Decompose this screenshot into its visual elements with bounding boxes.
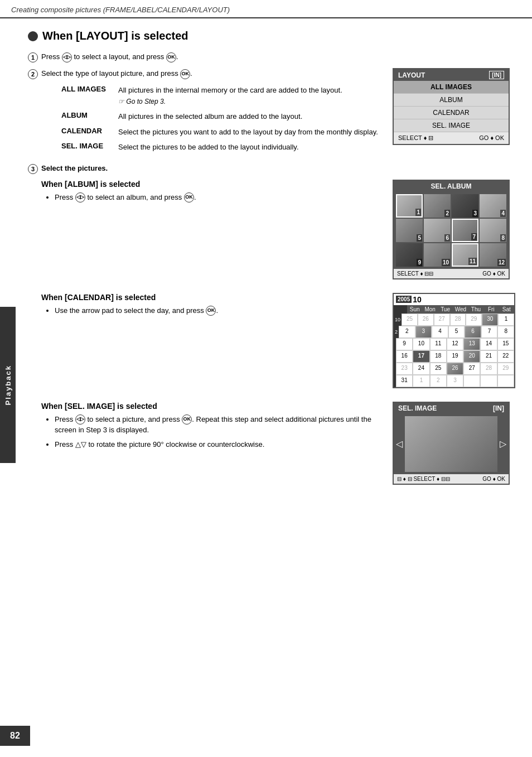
main-content: When [LAYOUT] is selected 1 Press to sel… <box>0 18 532 757</box>
cal-cell-8[interactable]: 8 <box>497 326 514 338</box>
cal-cell-22[interactable]: 22 <box>497 350 514 363</box>
cal-cell-12[interactable]: 12 <box>447 338 463 350</box>
menu-item-calendar[interactable]: CALENDAR <box>394 107 509 119</box>
album-cell-5[interactable]: 5 <box>396 219 423 242</box>
cal-cell-7[interactable]: 7 <box>481 326 498 338</box>
sub-sel-image-bullets: Press to select a picture, and press OK.… <box>48 414 381 450</box>
sub-section-album: When [ALBUM] is selected Press to select… <box>41 180 515 279</box>
cal-cell-3[interactable]: 3 <box>415 326 432 338</box>
cal-cell-17[interactable]: 17 <box>413 350 429 363</box>
cal-cell-31[interactable]: 31 <box>396 375 413 387</box>
cal-cell-9[interactable]: 9 <box>396 338 413 350</box>
cal-cell-4[interactable]: 4 <box>432 326 448 338</box>
menu-item-album[interactable]: ALBUM <box>394 94 509 107</box>
cal-cell-25-prev[interactable]: 25 <box>402 314 418 326</box>
cal-cell-26[interactable]: 26 <box>447 363 463 375</box>
step3-content: When [ALBUM] is selected Press to select… <box>41 180 515 485</box>
cal-cell-10[interactable]: 10 <box>413 338 429 350</box>
album-cell-11[interactable]: 11 <box>452 243 478 267</box>
def-desc-all-images: All pictures in the internal memory or t… <box>118 85 342 107</box>
ok-icon-step2: OK <box>180 69 190 79</box>
step-3: 3 Select the pictures. <box>28 163 515 174</box>
cal-cell-15[interactable]: 15 <box>497 338 514 350</box>
def-term-calendar: CALENDAR <box>61 127 112 138</box>
cal-cell-16[interactable]: 16 <box>396 350 413 363</box>
album-cell-12[interactable]: 12 <box>480 243 506 267</box>
ok-icon-album: OK <box>184 192 194 202</box>
sub-section-calendar: When [CALENDAR] is selected Use the arro… <box>41 293 515 388</box>
album-cell-4[interactable]: 4 <box>480 194 506 218</box>
sub-album-bullets: Press to select an album, and press OK. <box>48 192 381 203</box>
album-cell-8[interactable]: 8 <box>480 219 506 242</box>
side-tab-label: Playback <box>4 365 12 405</box>
def-desc-sel-image: Select the pictures to be added to the l… <box>118 142 299 153</box>
cal-cells-row5: 23 24 25 26 27 28 29 <box>396 363 514 375</box>
cal-cell-28[interactable]: 28 <box>480 363 497 375</box>
album-cell-9[interactable]: 9 <box>396 243 423 267</box>
step-2: 2 Select the type of layout picture, and… <box>28 68 381 79</box>
section-title: When [LAYOUT] is selected <box>28 30 515 42</box>
album-cell-7[interactable]: 7 <box>452 219 478 242</box>
cal-row-5: 23 24 25 26 27 28 29 <box>394 363 514 375</box>
cal-cell-30-prev[interactable]: 30 <box>482 314 498 326</box>
cal-cell-19[interactable]: 19 <box>447 350 463 363</box>
side-tab: Playback <box>0 307 16 463</box>
cal-cell-3-next[interactable]: 3 <box>447 375 463 387</box>
cal-cell-6[interactable]: 6 <box>465 326 481 338</box>
cal-cell-2-next[interactable]: 2 <box>430 375 447 387</box>
cal-cell-24[interactable]: 24 <box>413 363 429 375</box>
cal-cell-29[interactable]: 29 <box>497 363 514 375</box>
step-2-row: 2 Select the type of layout picture, and… <box>28 68 515 157</box>
cal-cell-25[interactable]: 25 <box>430 363 447 375</box>
layout-menu-footer: SELECT ♦ ⊟ GO ♦ OK <box>394 132 509 144</box>
sel-image-right-arrow[interactable]: ▷ <box>500 438 506 449</box>
cal-cell-27[interactable]: 27 <box>463 363 480 375</box>
sub-sel-image-left: When [SEL. IMAGE] is selected Press to s… <box>41 402 381 485</box>
page-number-label: 82 <box>10 731 20 741</box>
menu-item-all-images[interactable]: ALL IMAGES <box>394 81 509 94</box>
cal-cell-18[interactable]: 18 <box>430 350 447 363</box>
sub-calendar-title: When [CALENDAR] is selected <box>41 293 381 302</box>
cal-cell-27-prev[interactable]: 27 <box>434 314 450 326</box>
cal-cell-26-prev[interactable]: 26 <box>418 314 434 326</box>
cal-cell-1-next[interactable]: 1 <box>413 375 429 387</box>
cal-cell-28-prev[interactable]: 28 <box>450 314 466 326</box>
ok-icon-sel1: OK <box>182 414 192 425</box>
bullet-circle-icon <box>28 31 38 41</box>
cal-cell-20[interactable]: 20 <box>463 350 480 363</box>
sub-album-title: When [ALBUM] is selected <box>41 180 381 189</box>
album-cell-6[interactable]: 6 <box>424 219 451 242</box>
cal-cell-5[interactable]: 5 <box>448 326 465 338</box>
header-text: Creating composite pictures (FRAME/LABEL… <box>11 6 230 14</box>
cal-cell-29-prev[interactable]: 29 <box>466 314 482 326</box>
album-cell-3[interactable]: 3 <box>452 194 478 218</box>
step-2-right: LAYOUT [IN] ALL IMAGES ALBUM CALENDAR SE… <box>393 68 515 157</box>
cal-cell-2[interactable]: 2 <box>399 326 415 338</box>
sel-image-footer-right: GO ♦ OK <box>482 476 505 482</box>
def-album: ALBUM All pictures in the selected album… <box>61 111 381 122</box>
menu-item-sel-image[interactable]: SEL. IMAGE <box>394 119 509 132</box>
layout-menu-ui: LAYOUT [IN] ALL IMAGES ALBUM CALENDAR SE… <box>393 68 510 145</box>
cal-month: 10 <box>413 295 422 304</box>
cal-cell-13[interactable]: 13 <box>463 338 480 350</box>
cal-day-fri: Fri <box>483 305 499 314</box>
cal-cell-23[interactable]: 23 <box>396 363 413 375</box>
cal-cell-1[interactable]: 1 <box>498 314 514 326</box>
sub-calendar-right: 2005 10 Sun Mon Tue Wed <box>393 293 515 388</box>
sub-album-right: SEL. ALBUM 1 2 <box>393 180 515 279</box>
album-cell-2[interactable]: 2 <box>424 194 451 218</box>
cal-cell-21[interactable]: 21 <box>480 350 497 363</box>
album-grid: 1 2 3 4 <box>394 192 509 269</box>
sub-calendar-left: When [CALENDAR] is selected Use the arro… <box>41 293 381 388</box>
sel-image-body: ◁ ▷ <box>394 414 509 474</box>
cal-cell-14[interactable]: 14 <box>480 338 497 350</box>
sel-image-left-arrow[interactable]: ◁ <box>396 438 403 449</box>
cal-cell-11[interactable]: 11 <box>430 338 447 350</box>
album-cell-1[interactable]: 1 <box>396 194 423 218</box>
section-title-text: When [LAYOUT] is selected <box>42 30 188 42</box>
cal-body: Sun Mon Tue Wed Thu Fri Sat <box>394 305 514 314</box>
def-desc-calendar: Select the pictures you want to add to t… <box>118 127 378 138</box>
cal-header: 2005 10 <box>394 294 514 305</box>
album-cell-10[interactable]: 10 <box>424 243 451 267</box>
cal-cell-blank3 <box>497 375 514 387</box>
